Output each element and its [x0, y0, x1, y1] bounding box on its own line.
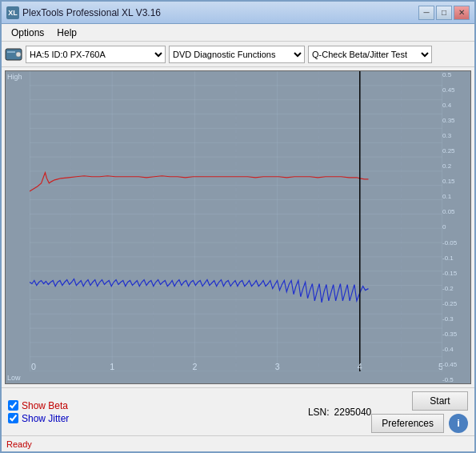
svg-rect-1 [7, 51, 15, 53]
drive-icon [5, 46, 22, 63]
lsn-value: 2295040 [334, 407, 372, 418]
status-text: Ready [6, 439, 32, 449]
title-bar-left: XL PlexTools Professional XL V3.16 [6, 6, 161, 19]
svg-point-2 [16, 52, 21, 57]
maximize-button[interactable]: □ [436, 6, 452, 20]
preferences-row: Preferences i [371, 414, 468, 433]
y-label-high: High [7, 73, 22, 81]
y-axis-right: 0.5 0.45 0.4 0.35 0.3 0.25 0.2 0.15 0.1 … [442, 71, 470, 383]
svg-text:5: 5 [438, 362, 442, 371]
svg-text:1: 1 [110, 362, 114, 371]
window-controls: ─ □ ✕ [418, 6, 470, 20]
lsn-label: LSN: [308, 407, 330, 418]
menu-help[interactable]: Help [50, 26, 83, 40]
title-bar: XL PlexTools Professional XL V3.16 ─ □ ✕ [2, 2, 474, 24]
preferences-button[interactable]: Preferences [371, 414, 444, 433]
test-select[interactable]: Q-Check Beta/Jitter Test [308, 46, 432, 63]
menu-bar: Options Help [2, 24, 474, 42]
svg-text:4: 4 [358, 362, 362, 371]
svg-text:3: 3 [275, 362, 280, 371]
beta-checkbox-row: Show Beta [8, 400, 292, 411]
show-jitter-checkbox[interactable] [8, 413, 18, 423]
button-section: Start Preferences i [371, 391, 468, 433]
function-select[interactable]: DVD Diagnostic Functions [169, 46, 305, 63]
app-icon: XL [6, 6, 19, 19]
chart-svg: 0 1 2 3 4 5 [30, 71, 442, 371]
close-button[interactable]: ✕ [454, 6, 470, 20]
toolbar: HA:5 ID:0 PX-760A DVD Diagnostic Functio… [2, 42, 474, 67]
show-beta-label: Show Beta [22, 400, 68, 411]
info-button[interactable]: i [449, 414, 468, 433]
menu-options[interactable]: Options [5, 26, 50, 40]
svg-text:0: 0 [31, 362, 36, 371]
main-window: XL PlexTools Professional XL V3.16 ─ □ ✕… [0, 0, 476, 453]
minimize-button[interactable]: ─ [418, 6, 434, 20]
y-label-low: Low [7, 374, 21, 382]
bottom-bar: Show Beta Show Jitter LSN: 2295040 Start… [2, 387, 474, 435]
svg-text:2: 2 [192, 362, 197, 371]
drive-select[interactable]: HA:5 ID:0 PX-760A [26, 46, 166, 63]
lsn-section: LSN: 2295040 [308, 407, 371, 418]
show-beta-checkbox[interactable] [8, 400, 18, 411]
jitter-checkbox-row: Show Jitter [8, 413, 292, 424]
start-button[interactable]: Start [412, 391, 468, 411]
status-bar: Ready [2, 435, 474, 451]
show-jitter-label: Show Jitter [22, 413, 69, 424]
checkboxes-group: Show Beta Show Jitter [8, 400, 292, 424]
window-title: PlexTools Professional XL V3.16 [22, 7, 161, 18]
chart-container: High Low 0.5 0.45 0.4 0.35 0.3 0.25 0.2 … [5, 70, 471, 384]
